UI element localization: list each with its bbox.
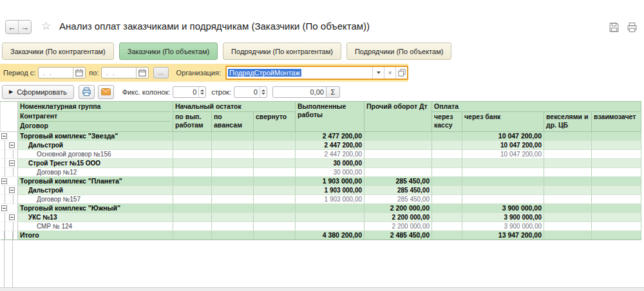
cell-balance-advances[interactable] <box>212 159 254 168</box>
cell-balance-advances[interactable] <box>212 141 254 150</box>
cell-balance-advances[interactable] <box>212 186 254 195</box>
cell-offset[interactable] <box>592 186 641 195</box>
cell-cash[interactable] <box>432 177 462 186</box>
cell-balance-works[interactable] <box>173 159 212 168</box>
cell-balance-works[interactable] <box>173 222 212 231</box>
cell-balance-works[interactable] <box>173 213 212 222</box>
row-name[interactable]: Дальстрой <box>18 141 173 150</box>
cell-bills[interactable] <box>544 222 592 231</box>
cell-bills[interactable] <box>544 195 592 204</box>
cell-collapsed[interactable] <box>254 213 296 222</box>
cell-performed[interactable]: 30 000,00 <box>296 159 365 168</box>
cell-cash[interactable] <box>432 231 462 240</box>
period-to-input[interactable]: . . <box>101 67 149 79</box>
cell-cash[interactable] <box>432 168 462 177</box>
cell-collapsed[interactable] <box>254 222 296 231</box>
cell-bank[interactable]: 10 047 200,00 <box>462 141 544 150</box>
cell-balance-advances[interactable] <box>212 204 254 213</box>
cell-bills[interactable] <box>544 168 592 177</box>
cell-performed[interactable]: 1 903 000,00 <box>296 186 365 195</box>
cell-bills[interactable] <box>544 204 592 213</box>
cell-performed[interactable]: 2 447 200,00 <box>296 141 365 150</box>
cell-collapsed[interactable] <box>254 141 296 150</box>
forward-button[interactable]: → <box>18 21 31 33</box>
cell-balance-works[interactable] <box>173 168 212 177</box>
cell-other-dt[interactable] <box>365 168 432 177</box>
cell-balance-advances[interactable] <box>212 222 254 231</box>
sum-field[interactable]: 0,00 <box>272 86 327 98</box>
cell-performed[interactable]: 2 447 200,00 <box>296 150 365 159</box>
stepper-arrows-icon[interactable] <box>198 87 205 97</box>
tab-contractors-by-counterparty[interactable]: Подрядчики (По контрагентам) <box>223 42 341 60</box>
cell-performed[interactable]: 1 903 000,00 <box>296 195 365 204</box>
cell-balance-works[interactable] <box>173 150 212 159</box>
cell-performed[interactable]: 30 000,00 <box>296 168 365 177</box>
cell-other-dt[interactable]: 2 200 000,00 <box>365 213 432 222</box>
cell-bank[interactable]: 3 900 000,00 <box>462 204 544 213</box>
cell-cash[interactable] <box>432 150 462 159</box>
cell-cash[interactable] <box>432 186 462 195</box>
calendar-button[interactable] <box>73 68 85 78</box>
favorite-star-icon[interactable]: ☆ <box>41 21 51 32</box>
table-row[interactable]: Основной договор №156 2 447 200,00 10 04… <box>1 150 641 159</box>
cell-other-dt[interactable]: 2 200 000,00 <box>365 222 432 231</box>
cell-bank[interactable] <box>462 186 544 195</box>
cell-collapsed[interactable] <box>254 204 296 213</box>
cell-balance-works[interactable] <box>173 204 212 213</box>
row-name[interactable]: Договор №157 <box>18 195 173 204</box>
cell-cash[interactable] <box>432 222 462 231</box>
cell-offset[interactable] <box>592 195 641 204</box>
table-row[interactable]: Договор №12 30 000,00 <box>1 168 641 177</box>
cell-bills[interactable] <box>544 150 592 159</box>
cell-offset[interactable] <box>592 168 641 177</box>
cell-balance-advances[interactable] <box>212 150 254 159</box>
cell-balance-advances[interactable] <box>212 195 254 204</box>
cell-balance-advances[interactable] <box>212 213 254 222</box>
cell-performed[interactable] <box>296 204 365 213</box>
cell-bills[interactable] <box>544 132 592 141</box>
cell-offset[interactable] <box>592 213 641 222</box>
cell-performed[interactable]: 4 380 200,00 <box>296 231 365 240</box>
cell-offset[interactable] <box>592 132 641 141</box>
collapse-icon[interactable] <box>1 205 7 211</box>
cell-balance-advances[interactable] <box>212 177 254 186</box>
stepper-arrows-icon[interactable] <box>260 87 267 97</box>
row-name[interactable]: СМР № 124 <box>18 222 173 231</box>
tab-customers-by-counterparty[interactable]: Заказчики (По контрагентам) <box>2 42 114 60</box>
cell-bank[interactable]: 10 047 200,00 <box>462 132 544 141</box>
cell-bills[interactable] <box>544 186 592 195</box>
organization-dropdown-button[interactable] <box>372 67 384 79</box>
bottom-scrollbar-area[interactable] <box>0 287 644 291</box>
cell-cash[interactable] <box>432 159 462 168</box>
collapse-icon[interactable] <box>1 133 7 139</box>
organization-field[interactable]: ПодрядСтройМонтаж × <box>225 66 408 80</box>
table-row[interactable]: Договор №157 1 903 000,00 285 450,00 <box>1 195 641 204</box>
cell-cash[interactable] <box>432 195 462 204</box>
generate-button[interactable]: ▶ Сформировать <box>2 85 74 99</box>
cell-balance-works[interactable] <box>173 195 212 204</box>
tab-contractors-by-objects[interactable]: Подрядчики (По объектам) <box>346 42 451 60</box>
cell-other-dt[interactable]: 285 450,00 <box>365 195 432 204</box>
cell-bank[interactable] <box>462 168 544 177</box>
cell-offset[interactable] <box>592 204 641 213</box>
row-name[interactable]: Договор №12 <box>18 168 173 177</box>
autosum-button[interactable]: Σ <box>327 86 340 98</box>
cell-other-dt[interactable] <box>365 141 432 150</box>
cell-other-dt[interactable]: 2 200 000,00 <box>365 204 432 213</box>
cell-balance-advances[interactable] <box>212 231 254 240</box>
cell-balance-works[interactable] <box>173 132 212 141</box>
save-button[interactable] <box>609 22 620 33</box>
cell-bills[interactable] <box>544 141 592 150</box>
table-row[interactable]: Строй Трест №15 ООО 30 000,00 <box>1 159 641 168</box>
cell-collapsed[interactable] <box>254 150 296 159</box>
cell-cash[interactable] <box>432 204 462 213</box>
cell-performed[interactable] <box>296 222 365 231</box>
cell-collapsed[interactable] <box>254 132 296 141</box>
cell-other-dt[interactable] <box>365 159 432 168</box>
cell-bills[interactable] <box>544 231 592 240</box>
cell-balance-advances[interactable] <box>212 132 254 141</box>
cell-other-dt[interactable]: 2 485 450,00 <box>365 231 432 240</box>
collapse-icon[interactable] <box>9 214 15 220</box>
cell-bank[interactable]: 3 900 000,00 <box>462 222 544 231</box>
table-row[interactable]: СМР № 124 2 200 000,00 3 900 000,00 <box>1 222 641 231</box>
